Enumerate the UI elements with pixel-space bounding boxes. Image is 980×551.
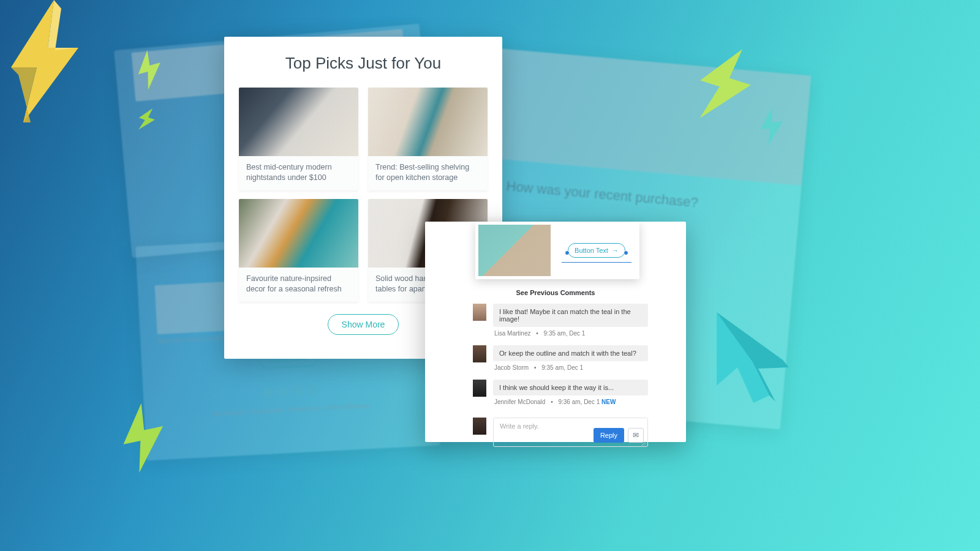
comment-author: Jennifer McDonald xyxy=(494,399,545,405)
comment-row: Or keep the outline and match it with th… xyxy=(425,345,686,376)
reply-placeholder: Write a reply. xyxy=(500,422,539,430)
comment-text: I think we should keep it the way it is.… xyxy=(493,380,648,395)
pick-card[interactable]: Trend: Best-selling shelving for open ki… xyxy=(368,88,488,190)
comment-meta: Jennifer McDonald • 9:36 am, Dec 1 NEW xyxy=(493,395,648,410)
resize-grip[interactable] xyxy=(641,441,646,446)
button-text-label: Button Text xyxy=(575,247,608,254)
selection-underline xyxy=(562,262,631,263)
preview-thumbnail xyxy=(478,225,551,276)
svg-marker-3 xyxy=(689,40,761,130)
comments-card: Button Text → See Previous Comments I li… xyxy=(425,222,686,442)
pick-image xyxy=(239,88,358,156)
arrow-right-icon: → xyxy=(612,247,619,254)
avatar xyxy=(473,345,486,362)
show-more-button[interactable]: Show More xyxy=(328,314,399,335)
selected-button-wrap[interactable]: Button Text → xyxy=(568,243,625,258)
comment-row: I think we should keep it the way it is.… xyxy=(425,380,686,410)
reply-button[interactable]: Reply xyxy=(594,428,624,443)
reply-input[interactable]: Write a reply. Reply ✉ xyxy=(493,418,648,447)
comment-meta: Jacob Storm • 9:35 am, Dec 1 xyxy=(493,361,648,376)
pick-image xyxy=(239,199,358,268)
svg-marker-0 xyxy=(133,48,167,91)
avatar xyxy=(473,418,486,435)
reply-row: Write a reply. Reply ✉ xyxy=(425,414,686,447)
cursor-icon xyxy=(710,306,809,410)
top-picks-title: Top Picks Just for You xyxy=(239,54,488,73)
pick-caption: Best mid-century modern nightstands unde… xyxy=(239,156,358,190)
preview-box: Button Text → xyxy=(475,222,639,279)
svg-marker-4 xyxy=(758,107,786,147)
selection-handle[interactable] xyxy=(624,250,628,255)
comment-text: Or keep the outline and match it with th… xyxy=(493,345,648,361)
comment-meta: Lisa Martinez • 9:35 am, Dec 1 xyxy=(493,327,648,342)
attach-icon: ✉ xyxy=(633,431,639,440)
svg-marker-2 xyxy=(116,400,172,474)
pick-caption: Trend: Best-selling shelving for open ki… xyxy=(368,156,488,190)
comment-time: 9:36 am, Dec 1 xyxy=(558,399,600,405)
avatar xyxy=(473,304,486,321)
button-text-pill[interactable]: Button Text → xyxy=(568,243,625,258)
pick-image xyxy=(368,88,488,156)
pick-caption: Favourite nature-inpsired decor for a se… xyxy=(239,268,358,302)
pick-card[interactable]: Best mid-century modern nightstands unde… xyxy=(239,88,358,190)
comment-author: Lisa Martinez xyxy=(494,330,530,337)
comment-text: I like that! Maybe it can match the teal… xyxy=(493,304,648,327)
comment-row: I like that! Maybe it can match the teal… xyxy=(425,304,686,342)
pick-card[interactable]: Favourite nature-inpsired decor for a se… xyxy=(239,199,358,302)
comment-author: Jacob Storm xyxy=(494,364,529,371)
new-badge: NEW xyxy=(601,399,616,405)
comment-time: 9:35 am, Dec 1 xyxy=(544,330,586,337)
svg-marker-5 xyxy=(11,0,78,122)
comment-time: 9:35 am, Dec 1 xyxy=(541,364,583,371)
avatar xyxy=(473,380,486,397)
